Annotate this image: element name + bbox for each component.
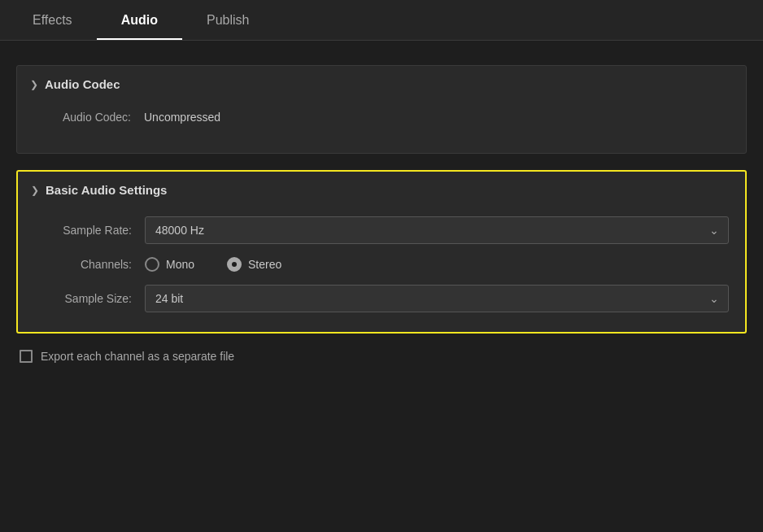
tab-audio[interactable]: Audio [97, 0, 182, 40]
channels-radio-group: Mono Stereo [145, 257, 281, 272]
sample-size-label: Sample Size: [34, 292, 132, 305]
channels-label: Channels: [34, 258, 132, 271]
audio-codec-chevron-icon: ❯ [30, 79, 38, 90]
audio-codec-body: Audio Codec: Uncompressed [17, 102, 746, 153]
basic-audio-settings-chevron-icon: ❯ [31, 185, 39, 196]
sample-rate-row: Sample Rate: 22050 Hz 32000 Hz 44100 Hz … [34, 216, 729, 244]
mono-radio-button[interactable] [145, 257, 159, 272]
stereo-radio-label: Stereo [248, 258, 281, 271]
audio-codec-header[interactable]: ❯ Audio Codec [17, 66, 746, 102]
basic-audio-settings-section: ❯ Basic Audio Settings Sample Rate: 2205… [16, 170, 747, 334]
audio-codec-row: Audio Codec: Uncompressed [33, 111, 730, 124]
tab-effects[interactable]: Effects [8, 0, 97, 40]
audio-codec-label: Audio Codec: [33, 111, 131, 124]
mono-radio-label: Mono [166, 258, 194, 271]
basic-audio-settings-header[interactable]: ❯ Basic Audio Settings [18, 172, 745, 208]
audio-codec-value: Uncompressed [144, 111, 220, 124]
basic-audio-settings-body: Sample Rate: 22050 Hz 32000 Hz 44100 Hz … [18, 208, 745, 332]
export-checkbox-label: Export each channel as a separate file [41, 350, 234, 363]
sample-size-select[interactable]: 8 bit 16 bit 24 bit 32 bit [145, 285, 729, 312]
tab-bar: Effects Audio Publish [0, 0, 763, 41]
sample-size-row: Sample Size: 8 bit 16 bit 24 bit 32 bit … [34, 285, 729, 312]
export-checkbox[interactable] [20, 350, 33, 363]
mono-radio-item[interactable]: Mono [145, 257, 194, 272]
tab-publish[interactable]: Publish [182, 0, 273, 40]
sample-rate-select[interactable]: 22050 Hz 32000 Hz 44100 Hz 48000 Hz 9600… [145, 216, 729, 244]
channels-row: Channels: Mono Stereo [34, 257, 729, 272]
audio-codec-section: ❯ Audio Codec Audio Codec: Uncompressed [16, 65, 747, 154]
export-checkbox-row[interactable]: Export each channel as a separate file [16, 350, 747, 363]
sample-rate-label: Sample Rate: [34, 224, 132, 237]
sample-size-dropdown-wrapper: 8 bit 16 bit 24 bit 32 bit ⌄ [145, 285, 729, 312]
basic-audio-settings-title: Basic Audio Settings [46, 183, 167, 197]
stereo-radio-button[interactable] [227, 257, 242, 272]
stereo-radio-item[interactable]: Stereo [227, 257, 281, 272]
sample-rate-dropdown-wrapper: 22050 Hz 32000 Hz 44100 Hz 48000 Hz 9600… [145, 216, 729, 244]
main-content: ❯ Audio Codec Audio Codec: Uncompressed … [0, 41, 763, 387]
audio-codec-title: Audio Codec [45, 77, 120, 91]
